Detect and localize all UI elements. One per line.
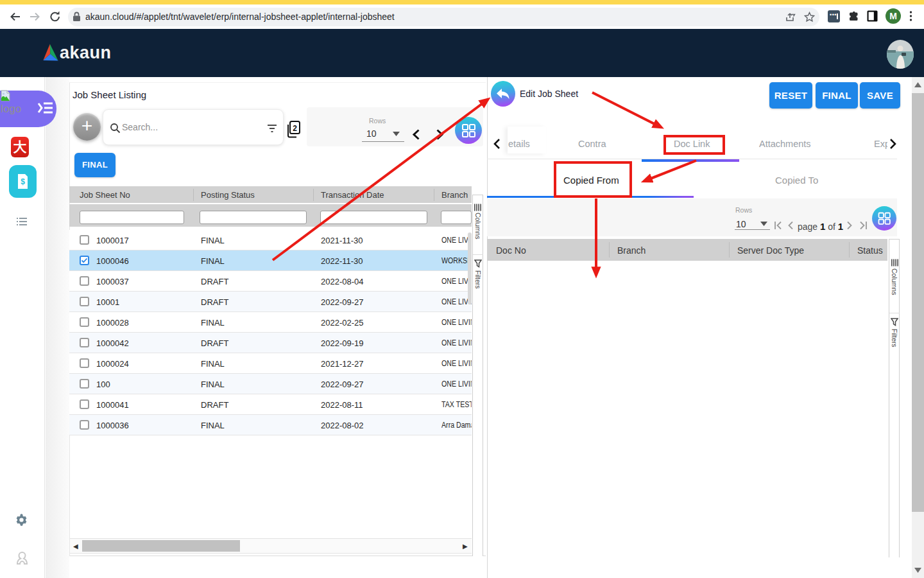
svg-text:2: 2 bbox=[293, 124, 297, 133]
svg-text:$: $ bbox=[21, 177, 25, 186]
